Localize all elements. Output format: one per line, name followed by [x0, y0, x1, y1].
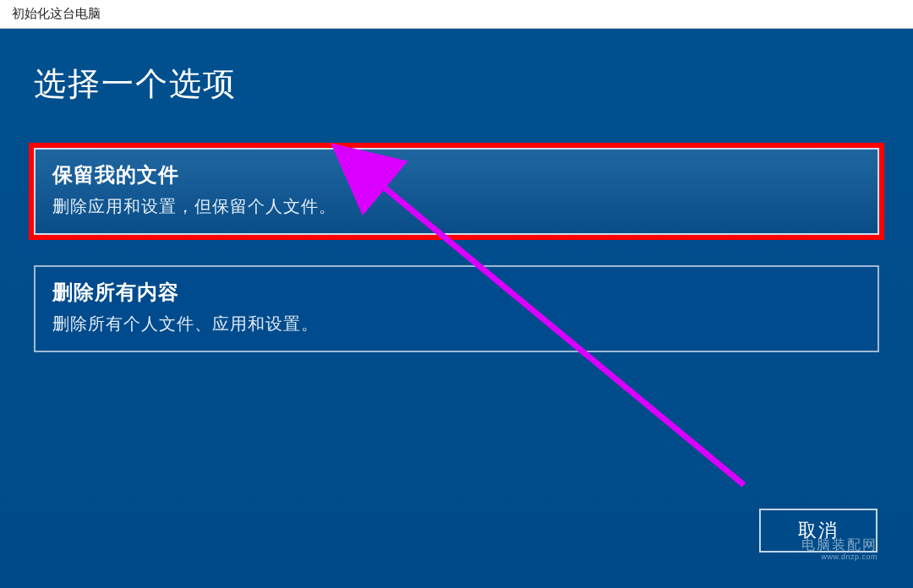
option-description: 删除应用和设置，但保留个人文件。 — [52, 195, 861, 218]
reset-pc-panel: 选择一个选项 保留我的文件 删除应用和设置，但保留个人文件。 删除所有内容 删除… — [0, 29, 913, 588]
cancel-button-label: 取消 — [798, 518, 839, 543]
option-title: 保留我的文件 — [52, 161, 861, 188]
window-title: 初始化这台电脑 — [12, 6, 101, 22]
page-heading: 选择一个选项 — [34, 63, 879, 106]
option-remove-everything[interactable]: 删除所有内容 删除所有个人文件、应用和设置。 — [34, 265, 879, 352]
option-keep-files[interactable]: 保留我的文件 删除应用和设置，但保留个人文件。 — [34, 148, 879, 235]
option-description: 删除所有个人文件、应用和设置。 — [52, 313, 861, 335]
cancel-button[interactable]: 取消 — [759, 509, 877, 553]
options-list: 保留我的文件 删除应用和设置，但保留个人文件。 删除所有内容 删除所有个人文件、… — [34, 148, 879, 352]
watermark-line2: www.dnzp.com — [801, 553, 877, 561]
option-title: 删除所有内容 — [52, 279, 861, 306]
window-titlebar: 初始化这台电脑 — [0, 0, 913, 29]
